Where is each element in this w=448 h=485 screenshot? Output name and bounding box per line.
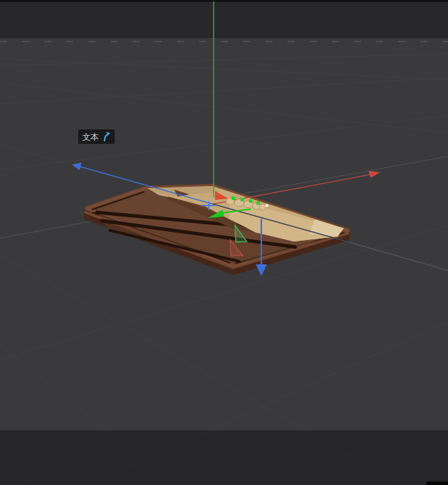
safe-frame-mask-top [0,0,448,38]
endpoint-handle[interactable] [265,204,268,207]
3d-viewport[interactable]: 文本 [0,0,448,485]
viewport-scene [0,0,448,485]
bottom-right-corner [427,482,448,485]
window-top-edge [0,0,448,2]
safe-frame-mask-bottom [0,430,448,485]
